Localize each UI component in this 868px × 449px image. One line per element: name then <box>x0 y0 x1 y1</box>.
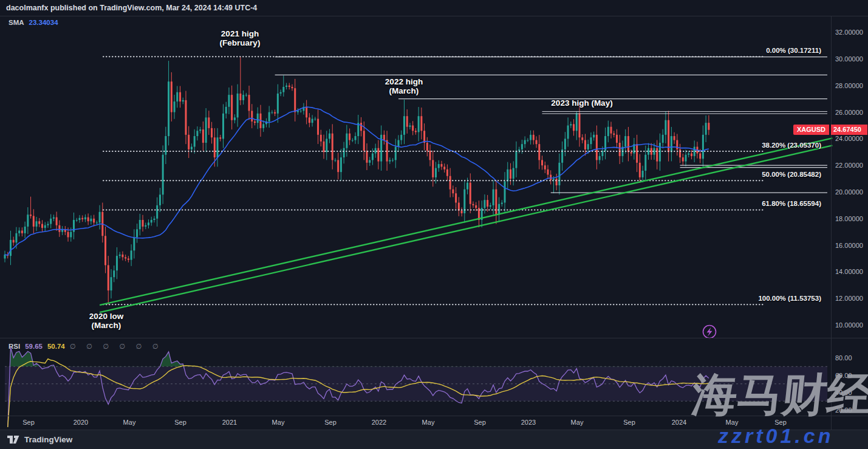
sma-value: 23.34034 <box>29 19 58 26</box>
sma-legend[interactable]: SMA 23.34034 <box>9 19 58 26</box>
time-axis-label: Sep <box>15 419 42 426</box>
fib-label[interactable]: 0.00% (30.17211) <box>766 47 821 54</box>
time-axis-label: May <box>116 419 143 426</box>
time-axis-label: Sep <box>466 419 493 426</box>
fib-label[interactable]: 50.00% (20.85482) <box>762 171 821 178</box>
price-axis-label: 30.00000 <box>835 55 863 63</box>
price-axis-label: 16.00000 <box>835 242 863 249</box>
sma-label: SMA <box>9 19 24 26</box>
fib-label[interactable]: 100.00% (11.53753) <box>758 295 821 302</box>
price-label-symbol: XAGUSD <box>793 125 829 135</box>
price-axis-label: 18.00000 <box>835 215 863 222</box>
tradingview-brand[interactable]: TradingView <box>24 435 72 444</box>
time-axis-label: Sep <box>616 419 643 426</box>
publish-header: dacolmanfx published on TradingView.com,… <box>6 4 257 12</box>
time-axis-label: Sep <box>317 419 344 426</box>
time-axis-label: May <box>265 419 292 426</box>
time-axis-label: 2023 <box>515 419 542 426</box>
rsi-legend[interactable]: RSI 59.65 50.74 ∅ ∅ ∅ ∅ ∅ ∅ <box>9 342 163 351</box>
price-axis-label: 22.00000 <box>835 162 863 169</box>
time-axis-label: 2022 <box>366 419 392 426</box>
rsi-value: 59.65 <box>25 343 43 350</box>
sma-line <box>5 107 709 255</box>
price-axis-label: 10.00000 <box>835 321 863 329</box>
time-axis-label: Sep <box>167 419 194 426</box>
price-axis-label: 24.00000 <box>835 135 863 142</box>
time-axis-label: 2024 <box>666 419 692 426</box>
time-axis-label: May <box>415 419 442 426</box>
time-axis-label: 2021 <box>216 419 243 426</box>
fib-label[interactable]: 38.20% (23.05370) <box>762 142 821 149</box>
fib-label[interactable]: 61.80% (18.65594) <box>762 200 821 207</box>
watermark-chinese: 海马财经 <box>690 369 868 420</box>
time-axis-label: May <box>564 419 590 426</box>
chart-annotation[interactable]: 2023 high (May) <box>524 98 640 108</box>
trend-channel-line[interactable] <box>100 145 832 312</box>
price-axis-label: 28.00000 <box>835 82 863 89</box>
price-axis-label: 12.00000 <box>835 295 863 302</box>
price-axis-label: 32.00000 <box>835 29 863 36</box>
price-label-value: 24.67450 <box>831 125 867 135</box>
chart-annotation[interactable]: 2022 high (March) <box>346 77 462 95</box>
price-axis-label: 20.00000 <box>835 188 863 196</box>
rsi-ma-value: 50.74 <box>47 343 65 350</box>
tradingview-chart-screen: dacolmanfx published on TradingView.com,… <box>0 0 868 449</box>
chart-annotation[interactable]: 2020 low (March) <box>49 312 164 330</box>
rsi-axis-label: 80.00 <box>835 354 852 362</box>
time-axis-label: 2020 <box>67 419 94 426</box>
price-axis-label: 14.00000 <box>835 268 863 275</box>
tradingview-logo-icon[interactable] <box>7 436 19 444</box>
trend-channel-line[interactable] <box>100 138 832 305</box>
pane-divider[interactable] <box>0 338 868 338</box>
header-divider <box>0 16 868 16</box>
price-axis-label: 26.00000 <box>835 109 863 116</box>
rsi-label: RSI <box>9 343 20 350</box>
chart-annotation[interactable]: 2021 high (February) <box>182 29 298 47</box>
watermark-url: zzrt01.cn <box>718 424 834 448</box>
rsi-empty-values: ∅ ∅ ∅ ∅ ∅ ∅ <box>70 342 163 351</box>
lightning-tool-icon[interactable] <box>703 326 716 338</box>
